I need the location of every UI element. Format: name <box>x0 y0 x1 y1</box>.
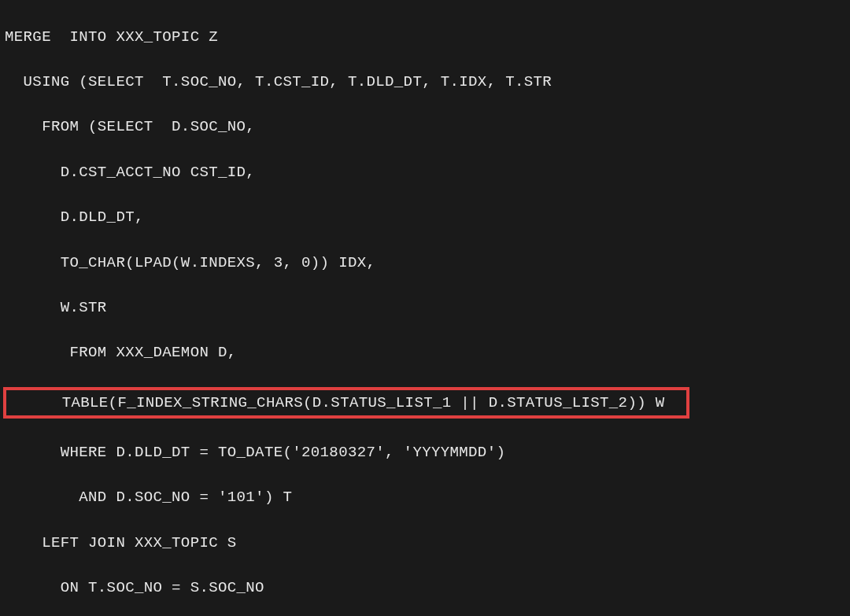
sql-code-block: MERGE INTO XXX_TOPIC Z USING (SELECT T.S… <box>5 3 845 616</box>
code-line: W.STR <box>5 297 845 319</box>
code-line: TO_CHAR(LPAD(W.INDEXS, 3, 0)) IDX, <box>5 252 845 275</box>
code-line: FROM XXX_DAEMON D, <box>5 341 845 364</box>
code-line: LEFT JOIN XXX_TOPIC S <box>5 532 845 555</box>
highlight-box: TABLE(F_INDEX_STRING_CHARS(D.STATUS_LIST… <box>3 387 689 419</box>
code-line: D.CST_ACCT_NO CST_ID, <box>5 161 845 184</box>
code-line: WHERE D.DLD_DT = TO_DATE('20180327', 'YY… <box>5 441 845 464</box>
code-line: FROM (SELECT D.SOC_NO, <box>5 116 845 138</box>
code-line: ON T.SOC_NO = S.SOC_NO <box>5 577 845 599</box>
code-text: TABLE(F_INDEX_STRING_CHARS(D.STATUS_LIST… <box>6 394 665 411</box>
code-line: USING (SELECT T.SOC_NO, T.CST_ID, T.DLD_… <box>5 71 845 94</box>
code-line: D.DLD_DT, <box>5 206 845 229</box>
code-line: MERGE INTO XXX_TOPIC Z <box>5 26 845 49</box>
code-line: AND D.SOC_NO = '101') T <box>5 486 845 509</box>
code-line-highlighted: TABLE(F_INDEX_STRING_CHARS(D.STATUS_LIST… <box>5 387 845 419</box>
